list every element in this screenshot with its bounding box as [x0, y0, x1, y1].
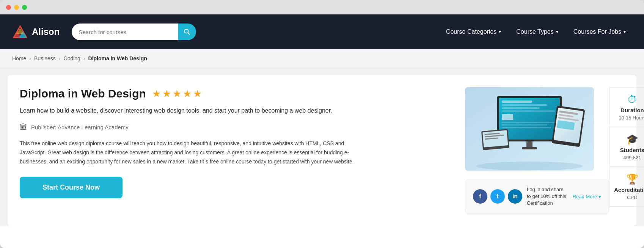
chevron-down-icon: ▾	[598, 194, 601, 199]
breadcrumb-sep-3: ›	[83, 55, 85, 61]
course-subtitle: Learn how to build a website, discover i…	[20, 106, 361, 115]
course-image	[465, 87, 594, 171]
navbar: Alison Course Categories ▾ Course Types …	[0, 14, 644, 49]
breadcrumb-sep-1: ›	[29, 55, 31, 61]
linkedin-icon: in	[512, 193, 518, 200]
star-3: ★	[173, 88, 181, 100]
svg-rect-15	[502, 124, 547, 126]
svg-rect-14	[502, 122, 555, 123]
svg-rect-17	[526, 141, 532, 147]
search-button[interactable]	[178, 24, 196, 40]
publisher-name: Publisher: Advance Learning Academy	[31, 124, 129, 130]
facebook-share-button[interactable]: f	[473, 189, 487, 204]
course-info: Diploma in Web Design ★ ★ ★ ★ ★ Learn ho…	[20, 87, 456, 213]
svg-rect-11	[502, 107, 540, 109]
main-content: Diploma in Web Design ★ ★ ★ ★ ★ Learn ho…	[0, 67, 644, 226]
course-illustration	[467, 88, 592, 170]
accreditation-icon: 🏆	[626, 173, 638, 185]
app-window: Alison Course Categories ▾ Course Types …	[0, 0, 644, 248]
read-more-link[interactable]: Read More ▾	[573, 194, 601, 199]
stat-students: 🎓 Students 499,821	[609, 127, 644, 167]
breadcrumb-business[interactable]: Business	[34, 55, 56, 61]
svg-rect-12	[502, 110, 555, 112]
nav-items: Course Categories ▾ Course Types ▾ Cours…	[440, 25, 632, 38]
course-description: This free online web design diploma cour…	[20, 139, 361, 166]
right-panel: f t in Log in and share to get 10% off t…	[465, 87, 624, 213]
breadcrumb-coding[interactable]: Coding	[64, 55, 80, 61]
twitter-icon: t	[496, 193, 498, 200]
duration-value: 10-15 Hours	[619, 115, 644, 121]
search-icon	[183, 28, 191, 36]
right-content: f t in Log in and share to get 10% off t…	[465, 87, 624, 213]
breadcrumb-sep-2: ›	[59, 55, 61, 61]
social-sharing-row: f t in Log in and share to get 10% off t…	[465, 180, 609, 213]
title-bar	[0, 0, 644, 14]
close-button[interactable]	[6, 5, 11, 10]
start-course-button[interactable]: Start Course Now	[20, 177, 123, 198]
course-title: Diploma in Web Design	[20, 87, 146, 100]
accreditation-label: Accreditation	[614, 187, 644, 193]
svg-rect-13	[502, 114, 513, 120]
stat-duration: ⏱ Duration 10-15 Hours	[609, 87, 644, 127]
students-value: 499,821	[623, 155, 641, 160]
graduation-icon: 🎓	[626, 133, 638, 145]
clock-icon: ⏱	[627, 94, 637, 105]
social-share-text: Log in and share to get 10% off this Cer…	[527, 186, 568, 207]
twitter-share-button[interactable]: t	[490, 189, 505, 204]
nav-item-course-types[interactable]: Course Types ▾	[510, 25, 564, 38]
accreditation-value: CPD	[627, 195, 637, 200]
star-2: ★	[162, 88, 171, 100]
svg-rect-9	[502, 100, 532, 103]
students-label: Students	[620, 147, 644, 153]
logo[interactable]: Alison	[12, 24, 60, 40]
svg-line-5	[188, 33, 190, 35]
star-1: ★	[152, 88, 161, 100]
nav-item-course-categories[interactable]: Course Categories ▾	[440, 25, 507, 38]
star-5: ★	[193, 88, 202, 100]
publisher-icon: 🏛	[20, 123, 27, 132]
chevron-down-icon: ▾	[624, 29, 626, 35]
logo-icon	[12, 24, 28, 40]
chevron-down-icon: ▾	[556, 29, 558, 35]
facebook-icon: f	[479, 193, 481, 200]
svg-rect-16	[502, 127, 551, 128]
breadcrumb-home[interactable]: Home	[12, 55, 26, 61]
publisher-row: 🏛 Publisher: Advance Learning Academy	[20, 123, 456, 132]
maximize-button[interactable]	[22, 5, 27, 10]
stat-accreditation: 🏆 Accreditation CPD	[609, 167, 644, 207]
star-4: ★	[183, 88, 192, 100]
chevron-down-icon: ▾	[499, 29, 501, 35]
breadcrumb: Home › Business › Coding › Diploma in We…	[0, 49, 644, 67]
svg-rect-10	[502, 104, 547, 106]
minimize-button[interactable]	[14, 5, 19, 10]
search-area	[72, 24, 196, 40]
stats-column: ⏱ Duration 10-15 Hours 🎓 Students 499,82…	[609, 87, 644, 213]
linkedin-share-button[interactable]: in	[508, 189, 522, 204]
social-icons: f t in	[473, 189, 522, 204]
svg-rect-18	[522, 147, 537, 149]
nav-item-courses-for-jobs[interactable]: Courses For Jobs ▾	[567, 25, 632, 38]
search-input[interactable]	[72, 24, 178, 40]
course-card: Diploma in Web Design ★ ★ ★ ★ ★ Learn ho…	[8, 75, 636, 226]
course-title-row: Diploma in Web Design ★ ★ ★ ★ ★	[20, 87, 456, 100]
star-rating: ★ ★ ★ ★ ★	[152, 88, 202, 100]
duration-label: Duration	[620, 107, 644, 113]
breadcrumb-current: Diploma in Web Design	[88, 55, 147, 61]
logo-text: Alison	[32, 27, 60, 37]
